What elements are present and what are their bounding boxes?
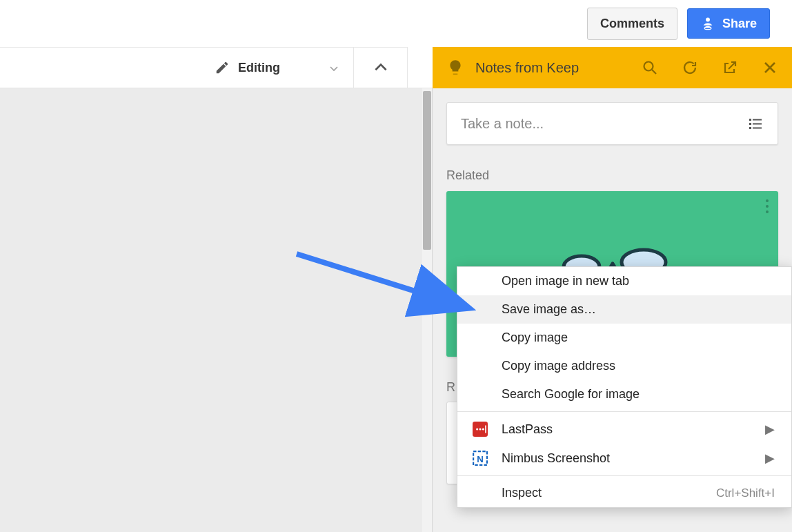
dropdown-caret-icon[interactable]: [330, 61, 338, 75]
svg-rect-11: [753, 128, 762, 129]
svg-line-3: [652, 70, 656, 74]
share-button[interactable]: Share: [687, 8, 770, 39]
lastpass-icon: [473, 422, 488, 437]
svg-text:N: N: [477, 454, 484, 464]
browser-context-menu: Open image in new tab Save image as… Cop…: [457, 266, 792, 508]
svg-rect-7: [753, 119, 762, 121]
ctx-extension-lastpass[interactable]: LastPass ▶: [457, 415, 791, 444]
share-person-icon: [700, 16, 715, 31]
submenu-arrow-icon: ▶: [765, 451, 775, 466]
submenu-arrow-icon: ▶: [765, 422, 775, 437]
shortcut-label: Ctrl+Shift+I: [716, 486, 775, 500]
keep-panel-header: Notes from Keep: [433, 47, 792, 88]
spacer: [408, 47, 433, 88]
ctx-save-image-as[interactable]: Save image as…: [457, 295, 791, 324]
editing-mode-segment: Editing: [0, 47, 354, 88]
svg-point-17: [476, 428, 478, 430]
note-more-icon[interactable]: [766, 199, 769, 213]
share-label: Share: [722, 17, 757, 31]
ctx-open-image-new-tab[interactable]: Open image in new tab: [457, 267, 791, 295]
svg-point-1: [704, 27, 711, 30]
editing-mode-dropdown[interactable]: Editing: [206, 56, 346, 79]
keep-panel-title: Notes from Keep: [475, 60, 631, 76]
app-header: Comments Share: [0, 0, 792, 47]
pencil-icon: [215, 60, 230, 75]
scrollbar-thumb[interactable]: [423, 91, 431, 250]
svg-rect-10: [749, 127, 751, 129]
nimbus-icon: N: [473, 451, 488, 466]
take-note-input[interactable]: [461, 116, 747, 132]
scrollbar-track[interactable]: [422, 88, 432, 532]
document-canvas[interactable]: [0, 88, 433, 532]
keep-actions: [642, 59, 778, 76]
ctx-search-google-image[interactable]: Search Google for image: [457, 380, 791, 408]
collapse-toolbar-button[interactable]: [354, 47, 408, 88]
chevron-up-icon: [372, 59, 390, 77]
ctx-copy-image-address[interactable]: Copy image address: [457, 352, 791, 380]
editing-mode-label: Editing: [238, 61, 280, 75]
ctx-extension-nimbus[interactable]: N Nimbus Screenshot ▶: [457, 444, 791, 473]
svg-point-19: [482, 428, 484, 430]
take-note-input-box[interactable]: [446, 102, 778, 145]
ctx-copy-image[interactable]: Copy image: [457, 324, 791, 352]
separator: [457, 475, 791, 476]
svg-point-2: [644, 62, 653, 71]
svg-point-18: [479, 428, 481, 430]
svg-rect-20: [485, 426, 486, 433]
refresh-icon[interactable]: [682, 59, 698, 76]
svg-rect-9: [753, 124, 762, 125]
separator: [457, 411, 791, 412]
comments-button[interactable]: Comments: [587, 8, 677, 40]
lightbulb-icon: [446, 59, 464, 77]
svg-rect-8: [749, 123, 751, 125]
search-icon[interactable]: [642, 59, 658, 76]
related-section-label: Related: [446, 168, 778, 183]
svg-rect-6: [749, 119, 751, 121]
svg-point-0: [706, 18, 710, 22]
toolbar-row: Editing Notes from Keep: [0, 47, 792, 88]
open-external-icon[interactable]: [722, 59, 738, 76]
close-icon[interactable]: [762, 59, 778, 76]
ctx-inspect[interactable]: Inspect Ctrl+Shift+I: [457, 479, 791, 507]
new-list-icon[interactable]: [747, 115, 764, 132]
